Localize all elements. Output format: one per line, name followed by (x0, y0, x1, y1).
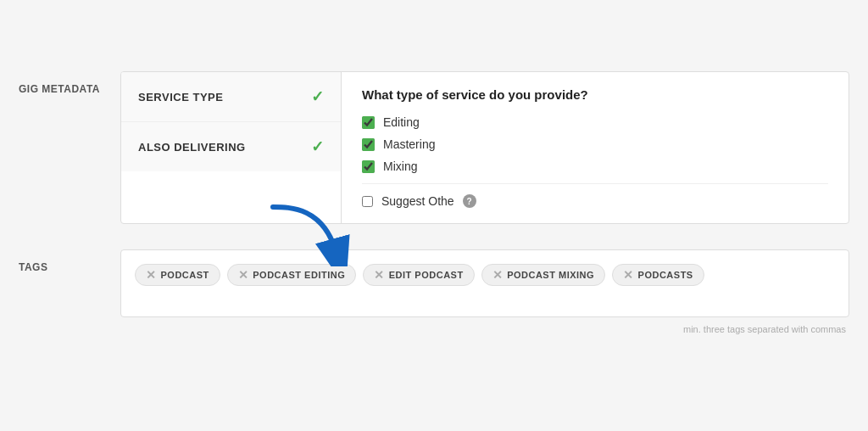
meta-table: SERVICE TYPE ✓ ALSO DELIVERING ✓ What ty… (121, 72, 849, 223)
help-icon[interactable]: ? (463, 194, 476, 208)
label-mixing[interactable]: Mixing (383, 160, 417, 173)
tags-label: TAGS (19, 249, 120, 273)
tag-item: ✕PODCAST (135, 264, 220, 286)
tag-item: ✕PODCAST EDITING (227, 264, 356, 286)
tag-label: PODCAST MIXING (507, 270, 594, 280)
tags-row: ✕PODCAST✕PODCAST EDITING✕EDIT PODCAST✕PO… (135, 264, 835, 286)
options-divider (362, 183, 828, 184)
label-mastering[interactable]: Mastering (383, 137, 435, 151)
metadata-content: SERVICE TYPE ✓ ALSO DELIVERING ✓ What ty… (120, 71, 849, 224)
meta-right-column: What type of service do you provide? Edi… (342, 72, 849, 223)
tag-remove-button[interactable]: ✕ (623, 269, 634, 281)
option-editing: Editing (362, 115, 828, 129)
service-type-row: SERVICE TYPE ✓ (121, 72, 341, 122)
meta-left-column: SERVICE TYPE ✓ ALSO DELIVERING ✓ (121, 72, 342, 223)
tag-label: EDIT PODCAST (389, 270, 464, 280)
option-mastering: Mastering (362, 137, 828, 151)
tag-remove-button[interactable]: ✕ (492, 269, 504, 281)
service-type-check: ✓ (311, 87, 324, 106)
tag-item: ✕EDIT PODCAST (363, 264, 474, 286)
checkbox-editing[interactable] (362, 116, 375, 129)
tag-label: PODCAST EDITING (253, 270, 345, 280)
tag-label: PODCASTS (638, 270, 693, 280)
also-delivering-check: ✓ (311, 137, 324, 156)
page-wrapper: GIG METADATA SERVICE TYPE ✓ ALSO DELIVER… (19, 71, 849, 360)
service-type-question: What type of service do you provide? (362, 87, 828, 102)
service-options-group: Editing Mastering Mixing (362, 115, 828, 173)
tags-hint: min. three tags separated with commas (120, 324, 849, 334)
checkbox-mixing[interactable] (362, 160, 375, 173)
tag-item: ✕PODCASTS (612, 264, 704, 286)
tags-content: ✕PODCAST✕PODCAST EDITING✕EDIT PODCAST✕PO… (120, 249, 849, 317)
option-mixing: Mixing (362, 160, 828, 173)
tag-label: PODCAST (161, 270, 209, 280)
checkbox-suggest[interactable] (362, 196, 373, 207)
tag-remove-button[interactable]: ✕ (374, 269, 385, 281)
tag-item: ✕PODCAST MIXING (481, 264, 605, 286)
tag-remove-button[interactable]: ✕ (238, 269, 249, 281)
service-type-label: SERVICE TYPE (138, 91, 311, 104)
checkbox-mastering[interactable] (362, 138, 375, 151)
also-delivering-row: ALSO DELIVERING ✓ (121, 122, 341, 171)
also-delivering-label: ALSO DELIVERING (138, 141, 311, 154)
gig-metadata-label: GIG METADATA (19, 71, 120, 95)
label-editing[interactable]: Editing (383, 115, 420, 129)
suggest-row: Suggest Othe ? (362, 194, 828, 208)
tags-section: TAGS ✕PODCAST✕PODCAST EDITING✕EDIT PODCA… (19, 249, 849, 334)
gig-metadata-section: GIG METADATA SERVICE TYPE ✓ ALSO DELIVER… (19, 71, 849, 224)
suggest-label[interactable]: Suggest Othe (381, 194, 454, 208)
tag-remove-button[interactable]: ✕ (146, 269, 157, 281)
